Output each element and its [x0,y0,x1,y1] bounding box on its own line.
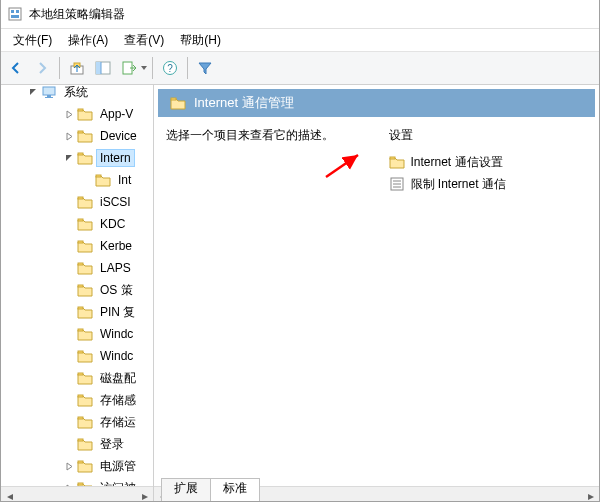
tree-node[interactable]: Windc [1,323,154,345]
setting-label: Internet 通信设置 [411,154,503,171]
policy-icon [389,176,405,192]
expand-icon[interactable] [61,458,77,474]
folder-icon [77,326,93,342]
tree-node[interactable]: 电源管 [1,455,154,477]
window-title: 本地组策略编辑器 [29,6,125,23]
details-pane: 选择一个项目来查看它的描述。 设置 Internet 通信设置限制 Intern… [154,119,599,482]
tree-node[interactable]: OS 策 [1,279,154,301]
svg-rect-22 [78,263,83,265]
folder-icon [77,260,93,276]
menu-file[interactable]: 文件(F) [5,30,60,51]
toolbar-divider [187,57,188,79]
back-button[interactable] [4,56,28,80]
tree-node[interactable]: App-V [1,103,154,125]
collapse-icon[interactable] [61,150,77,166]
toolbar: ? [1,51,599,85]
tree-node[interactable]: Kerbe [1,235,154,257]
svg-rect-28 [78,395,83,397]
folder-icon [77,128,93,144]
svg-rect-30 [78,439,83,441]
tree-node[interactable]: 存储感 [1,389,154,411]
folder-icon [77,238,93,254]
tree-node[interactable]: Device [1,125,154,147]
export-list-button[interactable] [117,56,141,80]
tree-label: 存储感 [97,391,139,410]
scroll-right-icon[interactable]: ▸ [136,487,153,502]
tree-node[interactable]: 磁盘配 [1,367,154,389]
folder-icon [77,150,93,166]
tree-label: Device [97,128,140,144]
tree-node[interactable]: 登录 [1,433,154,455]
tree-label: iSCSI [97,194,134,210]
tree-label: Kerbe [97,238,135,254]
setting-item[interactable]: 限制 Internet 通信 [389,174,588,194]
menu-help[interactable]: 帮助(H) [172,30,229,51]
tree-node-root[interactable]: 系统 [1,85,154,103]
toolbar-divider [59,57,60,79]
tree-node[interactable]: Intern [1,147,154,169]
settings-column: 设置 Internet 通信设置限制 Internet 通信 [389,127,588,474]
tree-node[interactable]: LAPS [1,257,154,279]
svg-rect-19 [78,197,83,199]
view-tabs: 扩展 标准 [161,479,259,501]
tree-label: OS 策 [97,281,136,300]
tree-node[interactable]: 存储运 [1,411,154,433]
tree-label: LAPS [97,260,134,276]
export-dropdown-icon[interactable] [140,56,148,80]
folder-icon [389,154,405,170]
content-pane: Internet 通信管理 选择一个项目来查看它的描述。 设置 Internet… [154,85,599,502]
svg-rect-25 [78,329,83,331]
svg-rect-26 [78,351,83,353]
svg-rect-7 [96,62,101,74]
folder-icon [77,414,93,430]
content-title: Internet 通信管理 [194,94,294,112]
tab-standard[interactable]: 标准 [210,478,260,501]
folder-icon [170,95,186,111]
tree-hscrollbar[interactable]: ◂ ▸ [1,486,153,502]
tree-node[interactable]: PIN 复 [1,301,154,323]
menu-bar: 文件(F) 操作(A) 查看(V) 帮助(H) [1,29,599,51]
svg-rect-24 [78,307,83,309]
forward-button [30,56,54,80]
tree-label: 电源管 [97,457,139,476]
tree-node[interactable]: Int [1,169,154,191]
description-column: 选择一个项目来查看它的描述。 [166,127,365,474]
menu-action[interactable]: 操作(A) [60,30,116,51]
tree-label: 登录 [97,435,127,454]
svg-rect-12 [43,87,55,95]
svg-rect-35 [390,157,395,159]
filter-button[interactable] [193,56,217,80]
svg-rect-15 [78,109,83,111]
tab-extended[interactable]: 扩展 [161,478,211,501]
svg-rect-29 [78,417,83,419]
expand-icon[interactable] [61,128,77,144]
collapse-icon[interactable] [25,85,41,100]
tree-node[interactable]: iSCSI [1,191,154,213]
folder-icon [77,458,93,474]
show-hide-tree-button[interactable] [91,56,115,80]
scroll-left-icon[interactable]: ◂ [1,487,18,502]
toolbar-divider [152,57,153,79]
setting-item[interactable]: Internet 通信设置 [389,152,588,172]
tree-pane[interactable]: 系统App-VDeviceInternIntiSCSIKDCKerbeLAPSO… [1,85,154,502]
tree-label: KDC [97,216,128,232]
help-button[interactable]: ? [158,56,182,80]
folder-icon [77,436,93,452]
up-button[interactable] [65,56,89,80]
svg-rect-0 [9,8,21,20]
svg-rect-17 [78,153,83,155]
tree-label: Intern [97,150,134,166]
svg-rect-31 [78,461,83,463]
setting-label: 限制 Internet 通信 [411,176,506,193]
scroll-right-icon[interactable]: ▸ [582,487,599,502]
svg-text:?: ? [167,63,173,74]
svg-rect-20 [78,219,83,221]
svg-rect-23 [78,285,83,287]
svg-rect-1 [11,10,14,13]
tree-label: 磁盘配 [97,369,139,388]
tree-node[interactable]: Windc [1,345,154,367]
menu-view[interactable]: 查看(V) [116,30,172,51]
expand-icon[interactable] [61,106,77,122]
tree-label: 系统 [61,85,91,102]
tree-node[interactable]: KDC [1,213,154,235]
